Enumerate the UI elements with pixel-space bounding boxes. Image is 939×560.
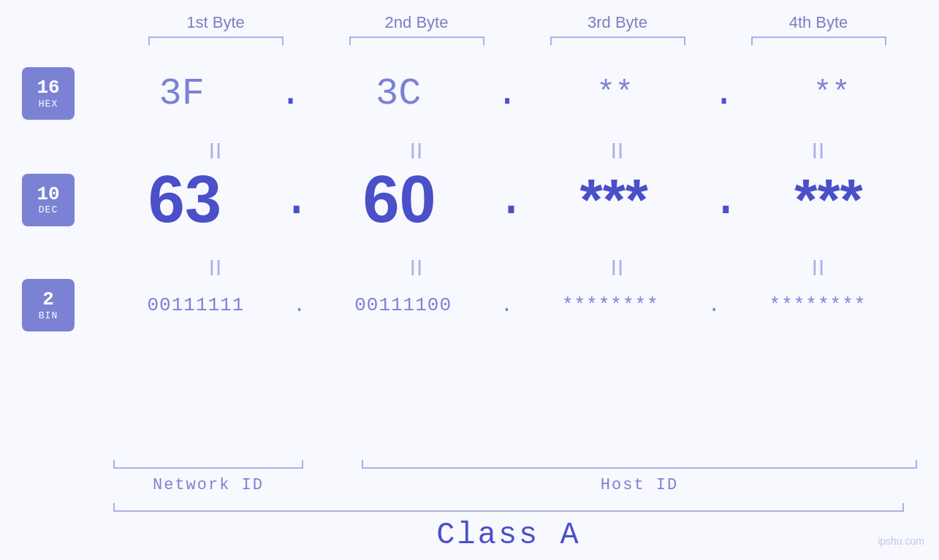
dec-badge: 10 DEC	[22, 174, 75, 226]
hex-dot1: .	[279, 72, 301, 115]
bin-badge-label: BIN	[39, 310, 58, 321]
host-bracket	[362, 460, 917, 469]
byte3-header: 3rd Byte	[537, 13, 698, 32]
eq-7: ||	[609, 258, 622, 277]
bin-b1: 00111111	[123, 294, 269, 316]
eq-3: ||	[609, 142, 622, 160]
hex-values: 3F . 3C . ** . **	[111, 72, 939, 115]
main-container: 1st Byte 2nd Byte 3rd Byte 4th Byte 16 H…	[0, 0, 939, 560]
eq-group-3: ||	[536, 142, 696, 160]
bottom-labels: Network ID Host ID	[113, 476, 917, 494]
bin-dot1: .	[292, 294, 307, 317]
eq-1: ||	[207, 142, 220, 160]
bracket-4	[751, 37, 886, 45]
dec-b1: 63	[134, 162, 236, 237]
byte1-header: 1st Byte	[135, 13, 296, 32]
hex-row: 16 HEX 3F . 3C . ** . **	[0, 67, 939, 120]
equals-row-2: || || || ||	[113, 258, 917, 277]
watermark: ipshu.com	[878, 535, 924, 547]
network-bracket	[113, 460, 303, 469]
eq-group-8: ||	[737, 258, 897, 277]
byte2-header: 2nd Byte	[336, 13, 497, 32]
dec-b2: 60	[349, 162, 451, 237]
eq-group-7: ||	[536, 258, 696, 277]
equals-row-1: || || || ||	[113, 142, 917, 160]
dec-dot1: .	[281, 171, 303, 229]
content-area: 16 HEX 3F . 3C . ** . ** || || ||	[0, 53, 939, 560]
network-id-label: Network ID	[113, 476, 303, 494]
top-brackets	[115, 37, 919, 45]
bin-values: 00111111 . 00111100 . ******** . *******…	[111, 294, 939, 317]
eq-group-6: ||	[335, 258, 495, 277]
eq-5: ||	[207, 258, 220, 277]
bin-b2: 00111100	[330, 294, 476, 316]
hex-b4: **	[788, 76, 875, 111]
eq-group-2: ||	[335, 142, 495, 160]
hex-dot3: .	[712, 72, 734, 115]
eq-4: ||	[810, 142, 823, 160]
bottom-bracket-row	[113, 460, 917, 469]
big-bracket-area: Class A	[113, 503, 904, 553]
eq-group-4: ||	[737, 142, 897, 160]
byte4-header: 4th Byte	[738, 13, 899, 32]
hex-b2: 3C	[354, 72, 442, 115]
bin-badge: 2 BIN	[22, 279, 75, 331]
host-id-label: Host ID	[362, 476, 917, 494]
hex-b3: **	[571, 76, 659, 111]
hex-b1: 3F	[138, 72, 226, 115]
dec-badge-num: 10	[37, 184, 59, 205]
bin-row: 2 BIN 00111111 . 00111100 . ******** . *…	[0, 279, 939, 331]
eq-2: ||	[408, 142, 421, 160]
bottom-area: Network ID Host ID	[113, 460, 917, 494]
bin-dot2: .	[499, 294, 514, 317]
hex-badge: 16 HEX	[22, 67, 75, 120]
bracket-2	[349, 37, 484, 45]
big-bracket	[113, 503, 904, 512]
eq-8: ||	[810, 258, 823, 277]
dec-values: 63 . 60 . *** . ***	[111, 162, 939, 237]
bin-b3: ********	[537, 294, 683, 316]
bin-b4: ********	[745, 294, 891, 316]
hex-badge-num: 16	[37, 77, 59, 99]
dec-b4: ***	[778, 166, 880, 234]
byte-headers: 1st Byte 2nd Byte 3rd Byte 4th Byte	[115, 13, 919, 32]
dec-b3: ***	[563, 166, 665, 234]
dec-badge-label: DEC	[39, 204, 58, 215]
hex-dot2: .	[495, 72, 517, 115]
dec-dot2: .	[495, 171, 517, 229]
dec-dot3: .	[710, 171, 732, 229]
hex-badge-label: HEX	[39, 99, 58, 110]
dec-row: 10 DEC 63 . 60 . *** . ***	[0, 162, 939, 237]
bin-badge-num: 2	[42, 289, 54, 310]
eq-group-1: ||	[134, 142, 294, 160]
eq-6: ||	[408, 258, 421, 277]
bin-dot3: .	[707, 294, 721, 317]
bracket-1	[148, 37, 284, 45]
class-label: Class A	[113, 518, 904, 553]
bracket-3	[550, 37, 685, 45]
eq-group-5: ||	[134, 258, 294, 277]
